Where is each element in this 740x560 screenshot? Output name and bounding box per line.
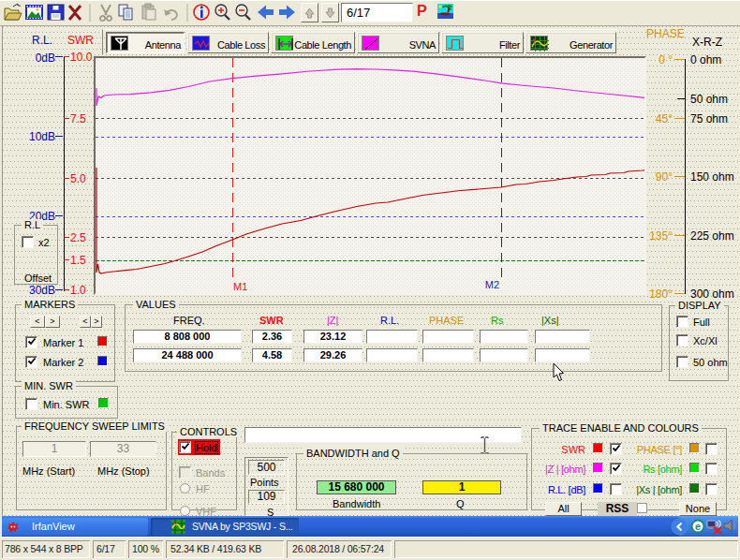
svg-text:M2: M2 bbox=[485, 279, 499, 290]
svg-text:M1: M1 bbox=[233, 281, 247, 292]
svg-text:e: e bbox=[695, 521, 701, 532]
